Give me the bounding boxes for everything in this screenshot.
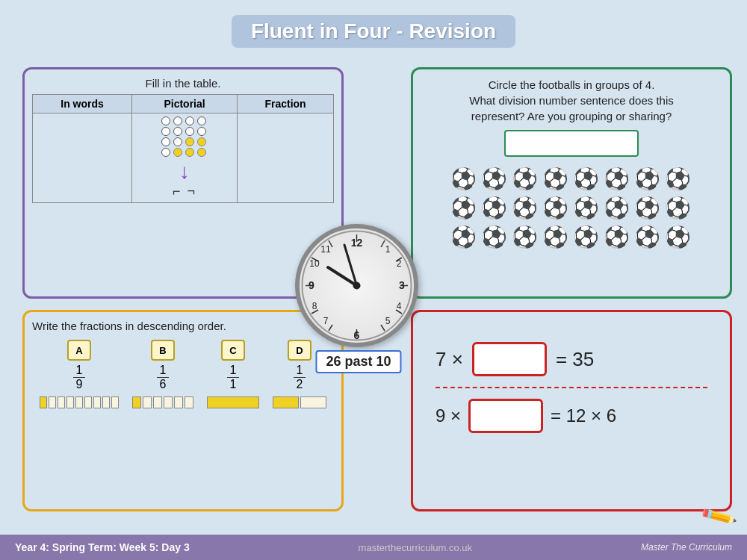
football: ⚽ [481, 224, 508, 251]
football: ⚽ [542, 166, 569, 193]
football: ⚽ [542, 195, 569, 222]
title-bar: Fluent in Four - Revision [232, 15, 515, 48]
football: ⚽ [450, 195, 477, 222]
q2-instruction: Circle the footballs in groups of 4. Wha… [421, 77, 722, 124]
q2-box: Circle the footballs in groups of 4. Wha… [411, 67, 732, 299]
footer-website: masterthecurriculum.co.uk [359, 542, 472, 553]
dot [197, 127, 206, 136]
q3-instruction: Write the fractions in descending order. [32, 320, 334, 332]
football: ⚽ [542, 224, 569, 251]
bar-seg [174, 396, 183, 408]
football: ⚽ [604, 195, 630, 222]
football: ⚽ [573, 224, 600, 251]
bracket-line: ⌐ ¬ [138, 184, 231, 199]
frac-value-d: 1 2 [294, 364, 306, 391]
svg-text:11: 11 [320, 244, 331, 255]
frac-card-c: C 1 1 [207, 340, 259, 408]
svg-text:1: 1 [385, 244, 391, 255]
svg-text:10: 10 [309, 258, 320, 269]
svg-text:3: 3 [399, 279, 405, 291]
svg-text:7: 7 [323, 316, 329, 326]
dot-yellow [197, 137, 206, 146]
q4-box: 7 × = 35 9 × = 12 × 6 [411, 310, 732, 511]
frac-label-a: A [67, 340, 91, 361]
football: ⚽ [604, 166, 630, 193]
q4-content: 7 × = 35 9 × = 12 × 6 [421, 320, 722, 441]
clock-time-label: 26 past 10 [315, 350, 401, 373]
q4-answer-box-1[interactable] [472, 342, 547, 376]
frac-label-c: C [221, 340, 245, 361]
bar-seg [153, 396, 162, 408]
football: ⚽ [481, 195, 508, 222]
frac-value-a: 1 9 [73, 364, 86, 391]
bar-seg [66, 396, 74, 408]
dot-yellow [197, 148, 206, 157]
svg-line-9 [329, 325, 332, 331]
frac-card-a: A 1 9 [40, 340, 119, 408]
col-fraction: Fraction [238, 95, 334, 113]
dot [161, 116, 170, 125]
svg-text:6: 6 [354, 329, 360, 341]
football: ⚽ [634, 166, 661, 193]
bar-seg [40, 396, 47, 408]
bar-seg [49, 396, 56, 408]
dot-grid [138, 116, 231, 157]
svg-text:9: 9 [309, 279, 314, 291]
dot [161, 148, 170, 157]
q2-answer-box[interactable] [504, 130, 639, 157]
q4-eq2-mid: = 12 × 6 [551, 405, 616, 426]
football: ⚽ [665, 224, 692, 251]
dot [173, 127, 182, 136]
q4-eq1-right: = 35 [556, 348, 594, 371]
football: ⚽ [450, 224, 477, 251]
fraction-cards: A 1 9 B [32, 340, 334, 408]
football: ⚽ [512, 166, 539, 193]
svg-point-27 [353, 282, 361, 290]
q4-divider [436, 387, 707, 388]
bar-seg [102, 396, 110, 408]
bar-seg [111, 396, 119, 408]
bar-seg [273, 396, 299, 408]
arrow-down: ↓ [138, 160, 231, 184]
clock-face: 12 6 9 3 1 2 4 5 7 8 10 11 [295, 224, 418, 347]
col-pictorial: Pictorial [132, 95, 238, 113]
dot [197, 116, 206, 125]
football: ⚽ [481, 166, 508, 193]
svg-text:4: 4 [397, 301, 402, 311]
football: ⚽ [634, 224, 661, 251]
page-title: Fluent in Four - Revision [247, 19, 500, 43]
football: ⚽ [665, 166, 692, 193]
q1-table: In words Pictorial Fraction [32, 94, 334, 203]
frac-value-c: 1 1 [227, 364, 240, 391]
bar-strip-a [40, 396, 119, 408]
q4-eq2-row: 9 × = 12 × 6 [436, 399, 707, 433]
in-words-cell [33, 113, 132, 203]
bar-seg [300, 396, 326, 408]
dot [161, 137, 170, 146]
football: ⚽ [604, 224, 630, 251]
clock-container: 12 6 9 3 1 2 4 5 7 8 10 11 26 past 10 [295, 224, 422, 351]
svg-text:2: 2 [397, 258, 402, 269]
bar-seg [143, 396, 152, 408]
fraction-cell [238, 113, 334, 203]
football: ⚽ [573, 166, 600, 193]
bar-strip-d [273, 396, 326, 408]
q4-eq1-row: 7 × = 35 [436, 342, 707, 376]
bar-seg [93, 396, 101, 408]
dot [173, 137, 182, 146]
football: ⚽ [450, 166, 477, 193]
dot [173, 116, 182, 125]
frac-value-b: 1 6 [157, 364, 170, 391]
footer-year-info: Year 4: Spring Term: Week 5: Day 3 [15, 541, 190, 553]
dot-yellow [185, 137, 194, 146]
football: ⚽ [665, 195, 692, 222]
q4-eq2-left: 9 × [436, 405, 461, 426]
football: ⚽ [512, 195, 539, 222]
q4-answer-box-2[interactable] [468, 399, 543, 433]
q1-instruction: Fill in the table. [32, 77, 334, 90]
bar-seg [207, 396, 259, 408]
football: ⚽ [634, 195, 661, 222]
dot-yellow [173, 148, 182, 157]
clock-svg: 12 6 9 3 1 2 4 5 7 8 10 11 [300, 228, 414, 343]
bar-seg [185, 396, 193, 408]
